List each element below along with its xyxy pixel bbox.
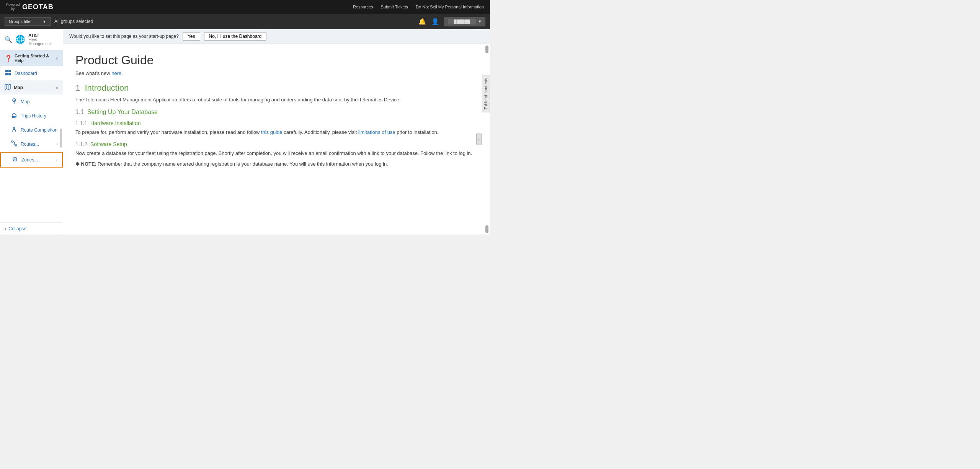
svg-point-18 — [14, 127, 15, 128]
content-scrollbar-bottom[interactable] — [485, 225, 488, 233]
sidebar-item-trips-history[interactable]: Trips History — [0, 109, 63, 123]
do-not-sell-link[interactable]: Do Not Sell My Personal Information — [416, 5, 484, 9]
sidebar-scrollbar[interactable] — [60, 129, 62, 148]
main-content: Product Guide See what's new here. 1 Int… — [63, 44, 490, 234]
main-content-wrapper: Product Guide See what's new here. 1 Int… — [63, 44, 490, 234]
startup-question-text: Would you like to set this page as your … — [69, 34, 179, 39]
svg-point-19 — [11, 141, 13, 142]
search-icon[interactable]: 🔍 — [5, 36, 12, 43]
sidebar-map-header-label: Map — [14, 85, 23, 90]
section-1-1-1-title: Hardware Installation — [90, 120, 141, 126]
section-1-1-2-title: Software Setup — [90, 141, 127, 147]
submit-tickets-link[interactable]: Submit Tickets — [381, 5, 408, 9]
svg-point-20 — [15, 145, 17, 146]
powered-by-text: Powered by — [6, 3, 20, 11]
sidebar-item-routes[interactable]: Routes... › — [0, 137, 63, 151]
section-1-1-2-number: 1.1.2 — [75, 141, 87, 147]
section-1-1-2-note: ✱ NOTE: Remember that the company name e… — [75, 160, 478, 168]
groups-filter-button[interactable]: Groups filter ▼ — [5, 17, 51, 26]
top-bar-links: Resources Submit Tickets Do Not Sell My … — [353, 5, 484, 9]
svg-rect-8 — [8, 73, 11, 75]
map-header-icon — [5, 84, 11, 91]
geotab-logo: GEOTAB — [22, 3, 57, 11]
all-groups-text: All groups selected — [54, 19, 93, 24]
content-area: Would you like to set this page as your … — [63, 29, 490, 234]
limitations-link[interactable]: limitations of use — [358, 129, 395, 135]
svg-rect-6 — [8, 70, 11, 72]
map-chevron-icon: ∧ — [56, 85, 58, 90]
notifications-bell-icon[interactable]: 🔔 — [418, 18, 426, 25]
sidebar: 🔍 AT&T Fleet Management ❓ Getting Starte… — [0, 29, 63, 234]
sidebar-collapse-right-button[interactable]: ‹ — [476, 134, 482, 145]
svg-rect-7 — [5, 73, 8, 75]
sidebar-item-dashboard[interactable]: Dashboard — [0, 66, 63, 80]
org-sub: Fleet Management — [28, 37, 58, 46]
filter-bar-right: 🔔 👤 ██████ ▼ — [418, 17, 485, 26]
sidebar-map-header[interactable]: Map ∧ — [0, 80, 63, 94]
user-avatar-icon[interactable]: 👤 — [431, 18, 439, 25]
section-1-1-title: Setting Up Your Database — [87, 109, 158, 115]
hw-body-mid: carefully. Additionally, please visit — [283, 129, 358, 135]
logo-area: Powered by GEOTAB — [6, 3, 57, 11]
no-dashboard-button[interactable]: No, I'll use the Dashboard — [204, 32, 267, 41]
sidebar-item-route-completion-label: Route Completion — [21, 127, 57, 133]
section-1-1-1-number: 1.1.1 — [75, 120, 87, 126]
sidebar-item-map[interactable]: Map — [0, 94, 63, 109]
collapse-right-icon: ‹ — [478, 137, 480, 142]
sidebar-scroll-area: ❓ Getting Started & Help ∨ Dashboard Map… — [0, 50, 63, 222]
hw-body-suffix: prior to installation. — [395, 129, 439, 135]
groups-filter-chevron-icon: ▼ — [42, 20, 46, 24]
sidebar-item-dashboard-label: Dashboard — [15, 71, 37, 76]
section-1-1-1-body: To prepare for, perform and verify your … — [75, 129, 478, 137]
section-1-1-1-heading: 1.1.1 Hardware Installation — [75, 120, 478, 126]
org-name: AT&T — [28, 33, 58, 37]
user-menu-button[interactable]: ██████ ▼ — [444, 17, 485, 26]
groups-filter-label: Groups filter — [9, 19, 32, 24]
trips-history-icon — [11, 112, 18, 119]
dashboard-icon — [5, 70, 11, 77]
user-menu-chevron-icon: ▼ — [478, 19, 482, 24]
sidebar-item-trips-history-label: Trips History — [21, 113, 46, 119]
section-1-number: 1 — [75, 83, 80, 93]
collapse-left-icon: ‹ — [5, 226, 6, 231]
this-guide-link[interactable]: this guide — [261, 129, 283, 135]
svg-marker-9 — [5, 84, 10, 90]
sidebar-collapse-button[interactable]: ‹ Collapse — [0, 222, 63, 234]
note-text: : Remember that the company name entered… — [95, 161, 388, 167]
user-menu-label: ██████ — [448, 19, 477, 24]
filter-bar: Groups filter ▼ All groups selected 🔔 👤 … — [0, 14, 490, 29]
routes-chevron-icon: › — [57, 142, 58, 146]
zones-icon — [11, 156, 18, 163]
section-1-heading: 1 Introduction — [75, 83, 478, 93]
route-completion-icon — [11, 126, 18, 134]
routes-icon — [11, 140, 18, 148]
yes-button[interactable]: Yes — [183, 32, 200, 41]
startup-bar: Would you like to set this page as your … — [63, 29, 490, 44]
sidebar-item-map-label: Map — [21, 99, 29, 104]
resources-link[interactable]: Resources — [353, 5, 373, 9]
sidebar-item-route-completion[interactable]: Route Completion — [0, 123, 63, 137]
section-1-1-number: 1.1 — [75, 109, 84, 115]
org-info: AT&T Fleet Management — [28, 33, 58, 46]
sidebar-item-getting-started-label: Getting Started & Help — [15, 54, 52, 63]
subtitle-link[interactable]: here. — [111, 70, 123, 76]
collapse-label: Collapse — [8, 226, 26, 231]
section-1-body: The Telematics Fleet Management Applicat… — [75, 96, 478, 104]
sidebar-item-zones-label: Zones... — [21, 157, 38, 163]
sidebar-item-getting-started[interactable]: ❓ Getting Started & Help ∨ — [0, 50, 63, 66]
sidebar-item-zones[interactable]: Zones... › — [0, 152, 63, 168]
subtitle: See what's new here. — [75, 70, 478, 76]
top-bar: Powered by GEOTAB Resources Submit Ticke… — [0, 0, 490, 14]
svg-rect-5 — [5, 70, 8, 72]
section-1-1-2-heading: 1.1.2 Software Setup — [75, 141, 478, 147]
org-logo — [15, 34, 25, 45]
content-scrollbar-top[interactable] — [485, 46, 488, 53]
sidebar-item-routes-label: Routes... — [21, 142, 39, 147]
toc-label[interactable]: Table of contents — [482, 75, 490, 112]
svg-point-13 — [14, 100, 15, 101]
section-1-title: Introduction — [85, 83, 129, 93]
section-1-1-heading: 1.1 Setting Up Your Database — [75, 109, 478, 116]
main-layout: 🔍 AT&T Fleet Management ❓ Getting Starte… — [0, 29, 490, 234]
section-1-1-2-body: Now create a database for your fleet usi… — [75, 150, 478, 158]
subtitle-text: See what's new — [75, 70, 111, 76]
